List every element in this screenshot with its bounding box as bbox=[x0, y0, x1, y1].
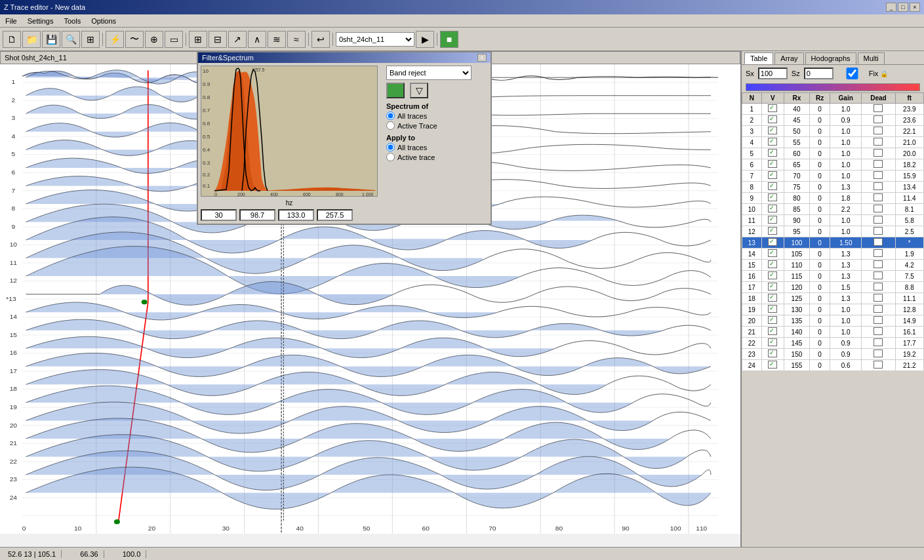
trace-table[interactable]: N V Rx Rz Gain Dead ft 14001.023.924500.… bbox=[742, 92, 924, 547]
cell-dead[interactable] bbox=[862, 137, 895, 148]
toolbar-btn-open[interactable]: 📁 bbox=[22, 31, 41, 48]
trace-visible-checkbox[interactable] bbox=[768, 149, 777, 157]
trace-visible-checkbox[interactable] bbox=[768, 160, 777, 168]
table-row[interactable]: 119001.05.8 bbox=[742, 215, 924, 226]
trace-visible-checkbox[interactable] bbox=[768, 138, 777, 146]
cell-dead[interactable] bbox=[862, 327, 895, 338]
cell-dead[interactable] bbox=[862, 237, 895, 249]
trace-dead-checkbox[interactable] bbox=[874, 205, 883, 212]
cell-v[interactable] bbox=[761, 249, 784, 260]
filter-type-select[interactable]: Band reject Low pass High pass Band pass bbox=[386, 66, 472, 80]
cell-dead[interactable] bbox=[862, 271, 895, 282]
trace-visible-checkbox[interactable] bbox=[768, 361, 777, 369]
trace-dead-checkbox[interactable] bbox=[874, 283, 883, 290]
trace-dead-checkbox[interactable] bbox=[874, 338, 883, 346]
toolbar-btn-trace[interactable]: ⚡ bbox=[106, 31, 124, 48]
cell-dead[interactable] bbox=[862, 215, 895, 226]
trace-visible-checkbox[interactable] bbox=[768, 205, 777, 212]
table-row[interactable]: 98001.811.4 bbox=[742, 193, 924, 204]
trace-dead-checkbox[interactable] bbox=[874, 171, 883, 179]
cell-dead[interactable] bbox=[862, 293, 895, 304]
trace-visible-checkbox[interactable] bbox=[768, 305, 777, 313]
trace-visible-checkbox[interactable] bbox=[768, 216, 777, 224]
trace-visible-checkbox[interactable] bbox=[768, 260, 777, 268]
trace-dead-checkbox[interactable] bbox=[874, 138, 883, 146]
trace-dead-checkbox[interactable] bbox=[874, 182, 883, 190]
cell-v[interactable] bbox=[761, 170, 784, 182]
cell-dead[interactable] bbox=[862, 170, 895, 182]
table-row[interactable]: 1913001.012.8 bbox=[742, 304, 924, 315]
cell-v[interactable] bbox=[761, 315, 784, 327]
table-row[interactable]: 1812501.311.1 bbox=[742, 293, 924, 304]
filter-popup-close[interactable]: × bbox=[477, 54, 487, 62]
trace-dead-checkbox[interactable] bbox=[874, 238, 883, 246]
trace-visible-checkbox[interactable] bbox=[768, 338, 777, 346]
table-row[interactable]: 56001.020.0 bbox=[742, 148, 924, 159]
cell-v[interactable] bbox=[761, 338, 784, 349]
cell-v[interactable] bbox=[761, 349, 784, 360]
close-button[interactable]: × bbox=[910, 3, 920, 12]
filter-input-3[interactable] bbox=[278, 209, 314, 221]
fix-checkbox[interactable] bbox=[837, 68, 867, 79]
cell-v[interactable] bbox=[761, 159, 784, 170]
table-row[interactable]: 35001.022.1 bbox=[742, 126, 924, 137]
table-row[interactable]: 1611501.37.5 bbox=[742, 271, 924, 282]
trace-visible-checkbox[interactable] bbox=[768, 271, 777, 279]
trace-visible-checkbox[interactable] bbox=[768, 350, 777, 357]
table-row[interactable]: 129501.02.5 bbox=[742, 226, 924, 237]
filter-input-4[interactable] bbox=[317, 209, 353, 221]
cell-dead[interactable] bbox=[862, 226, 895, 237]
toolbar-btn-shot-nav[interactable]: ▶ bbox=[416, 31, 434, 48]
trace-dead-checkbox[interactable] bbox=[874, 216, 883, 224]
cell-dead[interactable] bbox=[862, 338, 895, 349]
filter-funnel-btn[interactable]: ▽ bbox=[410, 83, 428, 98]
cell-v[interactable] bbox=[761, 237, 784, 249]
trace-visible-checkbox[interactable] bbox=[768, 193, 777, 201]
spectrum-active-trace-radio[interactable] bbox=[386, 121, 395, 130]
trace-dead-checkbox[interactable] bbox=[874, 305, 883, 313]
table-row[interactable]: 2114001.016.1 bbox=[742, 327, 924, 338]
cell-v[interactable] bbox=[761, 360, 784, 371]
apply-active-trace-radio[interactable] bbox=[386, 153, 395, 161]
cell-dead[interactable] bbox=[862, 260, 895, 271]
trace-dead-checkbox[interactable] bbox=[874, 316, 883, 324]
cell-dead[interactable] bbox=[862, 204, 895, 215]
cell-v[interactable] bbox=[761, 327, 784, 338]
table-row[interactable]: 24500.923.6 bbox=[742, 115, 924, 126]
minimize-button[interactable]: _ bbox=[886, 3, 896, 12]
filter-apply-btn[interactable] bbox=[386, 83, 405, 98]
cell-v[interactable] bbox=[761, 182, 784, 193]
trace-dead-checkbox[interactable] bbox=[874, 327, 883, 335]
toolbar-btn-amp[interactable]: ∧ bbox=[248, 31, 266, 48]
trace-dead-checkbox[interactable] bbox=[874, 361, 883, 369]
toolbar-btn-zoom-out[interactable]: ⊟ bbox=[209, 31, 227, 48]
toolbar-btn-save[interactable]: 💾 bbox=[42, 31, 60, 48]
trace-dead-checkbox[interactable] bbox=[874, 149, 883, 157]
cell-dead[interactable] bbox=[862, 193, 895, 204]
spectrum-all-traces-radio[interactable] bbox=[386, 111, 395, 120]
trace-visible-checkbox[interactable] bbox=[768, 227, 777, 235]
cell-v[interactable] bbox=[761, 293, 784, 304]
cell-dead[interactable] bbox=[862, 315, 895, 327]
cell-v[interactable] bbox=[761, 104, 784, 115]
cell-v[interactable] bbox=[761, 148, 784, 159]
toolbar-btn-spectrum[interactable]: ≋ bbox=[268, 31, 286, 48]
cell-dead[interactable] bbox=[862, 159, 895, 170]
trace-visible-checkbox[interactable] bbox=[768, 249, 777, 257]
sx-input[interactable] bbox=[758, 68, 788, 79]
table-row[interactable]: 77001.015.9 bbox=[742, 170, 924, 182]
trace-dead-checkbox[interactable] bbox=[874, 294, 883, 302]
trace-visible-checkbox[interactable] bbox=[768, 327, 777, 335]
table-row[interactable]: 1410501.31.9 bbox=[742, 249, 924, 260]
cell-dead[interactable] bbox=[862, 249, 895, 260]
table-row[interactable]: 14001.023.9 bbox=[742, 104, 924, 115]
menu-settings[interactable]: Settings bbox=[25, 17, 56, 25]
table-row[interactable]: 2214500.917.7 bbox=[742, 338, 924, 349]
toolbar-btn-undo[interactable]: ↩ bbox=[311, 31, 330, 48]
trace-dead-checkbox[interactable] bbox=[874, 115, 883, 123]
toolbar-btn-gain[interactable]: ≈ bbox=[287, 31, 306, 48]
cell-dead[interactable] bbox=[862, 182, 895, 193]
tab-multi[interactable]: Multi bbox=[858, 52, 885, 64]
trace-dead-checkbox[interactable] bbox=[874, 104, 883, 112]
trace-dead-checkbox[interactable] bbox=[874, 227, 883, 235]
